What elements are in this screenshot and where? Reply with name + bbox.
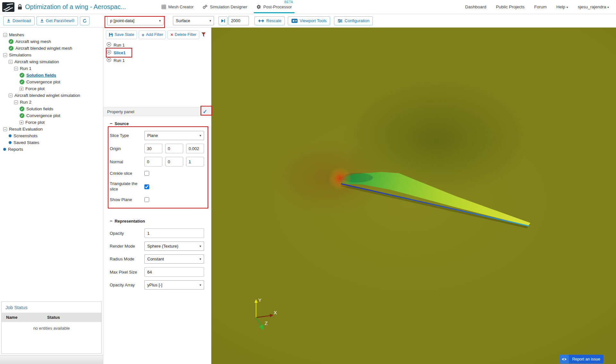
tree-item-solution-fields[interactable]: ✓Solution fields bbox=[0, 72, 103, 79]
download-button[interactable]: Download bbox=[3, 16, 35, 25]
collapse-icon[interactable]: − bbox=[3, 33, 7, 37]
configuration-button[interactable]: Configuration bbox=[334, 16, 373, 25]
tree-item-convergence-plot[interactable]: ✓Convergence plot bbox=[0, 79, 103, 85]
tree-item-force-plot[interactable]: +Force plot bbox=[0, 119, 103, 126]
collapse-icon[interactable]: − bbox=[14, 100, 18, 104]
collapse-icon[interactable]: − bbox=[9, 60, 13, 64]
get-paraview-button[interactable]: Get ParaView® bbox=[37, 16, 78, 25]
visibility-eye-icon[interactable] bbox=[107, 57, 111, 63]
tree-item-saved-states[interactable]: Saved States bbox=[0, 139, 103, 146]
tree-item-aircraft-blended-winglet-simulation[interactable]: −Aircraft blended winglet simulation bbox=[0, 92, 103, 99]
tree-item-label: Run 2 bbox=[20, 100, 31, 105]
nav-help[interactable]: Help ▾ bbox=[556, 4, 568, 9]
save-icon bbox=[109, 33, 113, 37]
header-nav: Dashboard Public Projects Forum Help ▾ s… bbox=[465, 4, 609, 9]
project-title[interactable]: Optimization of a wing - Aerospac... bbox=[25, 3, 126, 11]
expand-icon[interactable]: + bbox=[20, 121, 23, 124]
apply-check-icon[interactable]: ✓ bbox=[203, 108, 207, 115]
tab-simulation-designer[interactable]: Simulation Designer bbox=[198, 0, 252, 14]
pipeline-item-run-1[interactable]: Run 1 bbox=[103, 41, 211, 49]
tree-item-force-plot[interactable]: +Force plot bbox=[0, 85, 103, 92]
radius-mode-select[interactable]: Constant ▾ bbox=[144, 254, 204, 264]
show-plane-checkbox[interactable] bbox=[144, 197, 149, 202]
refresh-button[interactable] bbox=[80, 16, 90, 25]
collapse-icon[interactable]: − bbox=[9, 94, 13, 97]
normal-x-input[interactable] bbox=[144, 157, 162, 166]
tree-item-label: Reports bbox=[8, 147, 23, 152]
tree-item-run-1[interactable]: −Run 1 bbox=[0, 65, 103, 72]
normal-label: Normal bbox=[110, 159, 144, 164]
tab-post-processor[interactable]: BETA Post-Processor bbox=[252, 0, 296, 14]
tree-item-reports[interactable]: Reports bbox=[0, 146, 103, 153]
slice-type-select[interactable]: Plane ▾ bbox=[144, 131, 204, 140]
tree-item-label: Aircraft wing mesh bbox=[15, 39, 51, 44]
origin-x-input[interactable] bbox=[144, 144, 162, 153]
chevron-down-icon: ▾ bbox=[200, 257, 201, 261]
collapse-icon: − bbox=[110, 218, 112, 224]
job-status-empty-text: no entities available bbox=[2, 322, 101, 334]
origin-z-input[interactable] bbox=[186, 144, 204, 153]
collapse-icon[interactable]: − bbox=[3, 53, 7, 57]
nav-user-menu[interactable]: sjesu_rajendra ▾ bbox=[578, 4, 609, 9]
toolbar-left-group: Download Get ParaView® bbox=[0, 16, 103, 25]
pipeline-item-slice1[interactable]: Slice1 bbox=[103, 49, 211, 56]
tree-item-run-2[interactable]: −Run 2 bbox=[0, 99, 103, 106]
source-section-header[interactable]: − Source bbox=[110, 120, 207, 127]
job-status-header: Name Status bbox=[2, 313, 101, 322]
max-pixel-size-input[interactable] bbox=[144, 267, 204, 277]
representation-section-header[interactable]: − Representation bbox=[110, 217, 207, 224]
nav-forum[interactable]: Forum bbox=[534, 4, 547, 9]
sidebar-bottom-strip bbox=[0, 355, 103, 364]
nav-public-projects[interactable]: Public Projects bbox=[496, 4, 525, 9]
origin-y-input[interactable] bbox=[165, 144, 183, 153]
normal-z-input[interactable] bbox=[186, 157, 204, 166]
radius-mode-value: Constant bbox=[147, 257, 164, 261]
item-dot-icon bbox=[9, 134, 12, 137]
opacity-input[interactable] bbox=[144, 228, 204, 238]
beta-badge: BETA bbox=[284, 0, 293, 4]
simscale-logo[interactable] bbox=[2, 2, 15, 12]
tree-item-aircraft-wing-mesh[interactable]: ✓Aircraft wing mesh bbox=[0, 38, 103, 45]
frame-number-input[interactable] bbox=[228, 16, 249, 25]
triangulate-slice-checkbox[interactable] bbox=[144, 184, 149, 189]
report-issue-button[interactable]: Report an issue bbox=[559, 355, 603, 363]
opacity-array-value: yPlus [-] bbox=[147, 283, 162, 287]
viewport-tools-button[interactable]: Viewport Tools bbox=[288, 16, 330, 25]
tree-item-solution-fields[interactable]: ✓Solution fields bbox=[0, 106, 103, 112]
expand-icon[interactable]: + bbox=[20, 87, 23, 91]
pipeline-list: Run 1Slice1Run 1 bbox=[103, 41, 211, 64]
tree-item-aircraft-blended-winglet-mesh[interactable]: ✓Aircraft blended winglet mesh bbox=[0, 45, 103, 52]
get-paraview-label: Get ParaView® bbox=[46, 18, 75, 23]
render-mode-select[interactable]: Sphere (Texture) ▾ bbox=[144, 241, 204, 251]
viewport-3d[interactable]: Y X Z Report an issue bbox=[211, 28, 616, 364]
collapse-icon[interactable]: − bbox=[14, 67, 18, 71]
tree-item-aircraft-wing-simulation[interactable]: −Aircraft wing simulation bbox=[0, 58, 103, 65]
download-icon bbox=[40, 19, 44, 23]
add-filter-button[interactable]: + Add Filter bbox=[139, 30, 166, 39]
rescale-button[interactable]: Rescale bbox=[254, 16, 285, 25]
field-select[interactable]: p [point-data] ▾ bbox=[107, 16, 164, 25]
tree-item-screenshots[interactable]: Screenshots bbox=[0, 132, 103, 139]
tree-item-simulations[interactable]: −Simulations bbox=[0, 52, 103, 58]
opacity-array-label: Opacity Array bbox=[110, 283, 144, 287]
pipeline-item-run-1[interactable]: Run 1 bbox=[103, 56, 211, 64]
delete-filter-button[interactable]: × Delete Filter bbox=[167, 30, 199, 39]
filter-funnel-icon[interactable] bbox=[201, 32, 206, 37]
success-check-icon: ✓ bbox=[20, 73, 24, 78]
collapse-icon: − bbox=[110, 121, 112, 126]
play-button[interactable] bbox=[218, 16, 227, 25]
opacity-array-select[interactable]: yPlus [-] ▾ bbox=[144, 280, 204, 290]
tree-item-convergence-plot[interactable]: ✓Convergence plot bbox=[0, 112, 103, 119]
collapse-icon[interactable]: − bbox=[3, 127, 7, 131]
display-mode-select[interactable]: Surface ▾ bbox=[173, 16, 214, 25]
tree-item-meshes[interactable]: −Meshes bbox=[0, 31, 103, 38]
tab-mesh-creator[interactable]: Mesh Creator bbox=[157, 0, 198, 14]
save-state-button[interactable]: Save State bbox=[106, 30, 137, 39]
nav-dashboard[interactable]: Dashboard bbox=[465, 4, 486, 9]
visibility-eye-icon[interactable] bbox=[107, 42, 111, 48]
normal-y-input[interactable] bbox=[165, 157, 183, 166]
tree-item-result-evaluation[interactable]: −Result Evaluation bbox=[0, 126, 103, 132]
crinkle-slice-checkbox[interactable] bbox=[144, 171, 149, 176]
visibility-eye-icon[interactable] bbox=[107, 50, 111, 55]
delete-x-icon: × bbox=[170, 32, 173, 37]
